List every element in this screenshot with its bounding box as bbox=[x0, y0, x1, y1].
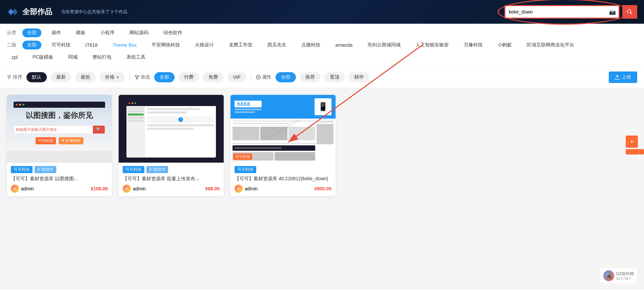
card3-title: 【可可】素材资源库 40.220812(keke_down) bbox=[235, 176, 331, 182]
card2-price: ¥88.00 bbox=[205, 186, 220, 191]
filter-paid[interactable]: 付费 bbox=[179, 72, 199, 82]
tertiary-row: zpl PC版模板 同城 整站打包 系统工具 bbox=[7, 53, 637, 62]
card3-author: A admin bbox=[235, 185, 258, 193]
card3-badge: 可可科技 bbox=[233, 153, 252, 160]
nav-sec-ping[interactable]: 平安网络科技 bbox=[147, 41, 185, 49]
nav-sec-fire[interactable]: 火狼设计 bbox=[190, 41, 219, 49]
card2-avatar: A bbox=[123, 185, 131, 193]
nav-sec-all[interactable]: 全部 bbox=[22, 41, 41, 49]
secondary-label: 二级 bbox=[7, 42, 17, 48]
sort-latest[interactable]: 最新 bbox=[51, 72, 71, 82]
nav-sec-ant[interactable]: 小蚂蚁 bbox=[493, 41, 517, 49]
nav-cat-green[interactable]: 绿色软件 bbox=[159, 28, 187, 37]
card1-info: 可可科技 扩展组件 【可可】素材资源库 以图搜图... A admin ¥108… bbox=[7, 163, 112, 196]
filter-vip[interactable]: VIP bbox=[227, 72, 246, 82]
product-card-3[interactable]: KEKE 📱 bbox=[230, 95, 336, 196]
site-logo: 全部作品 bbox=[7, 6, 61, 18]
svg-line-1 bbox=[630, 13, 632, 14]
search-input[interactable] bbox=[505, 6, 606, 18]
card1-image: 以图搜图，鉴你所见 粘贴图片或输入图片地址 🔍 可可科技 扩展组件 bbox=[7, 95, 112, 163]
card2-tag1: 可可科技 bbox=[123, 166, 144, 173]
card2-author: A admin bbox=[123, 185, 146, 193]
content-area: 以图搜图，鉴你所见 粘贴图片或输入图片地址 🔍 可可科技 扩展组件 bbox=[0, 88, 644, 224]
nav-cat-template[interactable]: 模板 bbox=[71, 28, 90, 37]
sort-icon bbox=[7, 75, 12, 80]
sort-price[interactable]: 价格 bbox=[100, 72, 125, 82]
camera-icon[interactable]: 📷 bbox=[606, 9, 619, 15]
sidebar-plus-btn[interactable]: + bbox=[626, 136, 638, 148]
category-label: 分类 bbox=[7, 30, 17, 36]
card1-footer: A admin ¥108.00 bbox=[11, 185, 108, 193]
nav-sec-region[interactable]: 区域互联网商业化平台 bbox=[522, 41, 579, 49]
card3-price: ¥900.00 bbox=[314, 186, 331, 191]
svg-point-0 bbox=[627, 9, 631, 13]
sidebar-chat-btn[interactable]: 在线咨询 bbox=[626, 149, 644, 154]
nav-sec-liangjian[interactable]: 亮剑云商城同城 bbox=[363, 41, 405, 49]
screen-icon bbox=[135, 75, 139, 80]
attr-all[interactable]: 全部 bbox=[276, 72, 296, 82]
card1-badge1: 可可科技 bbox=[36, 137, 56, 144]
card3-avatar: A bbox=[235, 185, 243, 193]
upload-icon bbox=[615, 75, 620, 80]
card1-search: 粘贴图片或输入图片地址 🔍 bbox=[14, 125, 105, 134]
upload-small-icon bbox=[61, 139, 65, 143]
filter-divider2: | bbox=[250, 74, 252, 81]
nav-sec-keke[interactable]: 可可科技 bbox=[47, 41, 75, 49]
filter-free[interactable]: 免费 bbox=[203, 72, 223, 82]
nav-cat-plugin[interactable]: 插件 bbox=[47, 28, 66, 37]
product-card-1[interactable]: 以图搜图，鉴你所见 粘贴图片或输入图片地址 🔍 可可科技 扩展组件 bbox=[7, 95, 112, 196]
card2-tags: 可可科技 扩展组件 bbox=[123, 166, 220, 173]
category-row: 分类 全部 插件 模板 小程序 网站源码 绿色软件 bbox=[7, 28, 637, 37]
card1-avatar: A bbox=[11, 185, 19, 193]
site-title: 全部作品 bbox=[22, 7, 52, 17]
attr-recommend[interactable]: 推荐 bbox=[300, 72, 320, 82]
header: 全部作品 当前资源中心总共收录了 3 个作品 📷 bbox=[0, 0, 644, 24]
card3-image: KEKE 📱 bbox=[230, 95, 336, 163]
nav-ter-pc[interactable]: PC版模板 bbox=[28, 53, 58, 62]
nav-sec-watermelon[interactable]: 西瓜先生 bbox=[263, 41, 291, 49]
attr-top[interactable]: 置顶 bbox=[324, 72, 345, 82]
card1-author: A admin bbox=[11, 185, 34, 193]
nav-ter-city[interactable]: 同城 bbox=[63, 53, 82, 62]
nav-ter-sys[interactable]: 系统工具 bbox=[122, 53, 150, 62]
nav-cat-source[interactable]: 网站源码 bbox=[125, 28, 153, 37]
card3-tags: 可可科技 bbox=[235, 166, 331, 173]
sort-hottest[interactable]: 最热 bbox=[75, 72, 96, 82]
sort-default[interactable]: 默认 bbox=[26, 72, 47, 82]
nav-sec-dianwei[interactable]: 点微科技 bbox=[297, 41, 325, 49]
card2-tag2: 扩展组件 bbox=[146, 166, 168, 173]
nav-area: 分类 全部 插件 模板 小程序 网站源码 绿色软件 二级 全部 可可科技 IT6… bbox=[0, 24, 644, 67]
nav-sec-dragon[interactable]: 龙腾工作室 bbox=[224, 41, 257, 49]
product-card-2[interactable]: ↑ 可可科技 扩展组件 【可可】素材资源库 批量上传发布... bbox=[119, 95, 224, 196]
header-subtitle: 当前资源中心总共收录了 3 个作品 bbox=[61, 9, 504, 15]
card1-search-icon: 🔍 bbox=[93, 126, 105, 133]
filter-all[interactable]: 全部 bbox=[154, 72, 175, 82]
search-button[interactable] bbox=[622, 5, 637, 19]
nav-ter-full[interactable]: 整站打包 bbox=[88, 53, 116, 62]
nav-sec-themebox[interactable]: Theme Box bbox=[108, 41, 142, 49]
price-arrow-icon bbox=[116, 76, 119, 79]
card3-footer: A admin ¥900.00 bbox=[235, 185, 331, 193]
card1-main-text: 以图搜图，鉴你所见 bbox=[26, 110, 93, 121]
header-search-area: 📷 bbox=[504, 5, 637, 19]
nav-sec-amanda[interactable]: amanda bbox=[330, 41, 357, 49]
card1-tag2: 扩展组件 bbox=[35, 166, 56, 173]
nav-ter-zpl[interactable]: zpl bbox=[7, 53, 22, 61]
card1-tag1: 可可科技 bbox=[11, 166, 33, 173]
card2-title: 【可可】素材资源库 批量上传发布... bbox=[123, 176, 220, 182]
card1-badge2: 扩展组件 bbox=[59, 137, 83, 144]
nav-cat-miniprogram[interactable]: 小程序 bbox=[96, 28, 119, 37]
card1-tags: 可可科技 扩展组件 bbox=[11, 166, 108, 173]
card2-info: 可可科技 扩展组件 【可可】素材资源库 批量上传发布... A admin ¥8… bbox=[119, 163, 224, 196]
card2-footer: A admin ¥88.00 bbox=[123, 185, 220, 193]
nav-sec-wanxiang[interactable]: 万像科技 bbox=[459, 41, 487, 49]
card1-author-name: admin bbox=[21, 186, 34, 191]
nav-sec-it618[interactable]: IT618 bbox=[81, 41, 102, 49]
nav-cat-all[interactable]: 全部 bbox=[22, 28, 41, 37]
nav-sec-ai[interactable]: 人工智能实验室 bbox=[411, 41, 454, 49]
card3-author-name: admin bbox=[245, 186, 258, 191]
search-box: 📷 bbox=[504, 5, 620, 19]
upload-button[interactable]: 上传 bbox=[609, 71, 637, 83]
card1-bg: 以图搜图，鉴你所见 粘贴图片或输入图片地址 🔍 可可科技 扩展组件 bbox=[7, 95, 112, 151]
attr-elite[interactable]: 精华 bbox=[349, 72, 369, 82]
